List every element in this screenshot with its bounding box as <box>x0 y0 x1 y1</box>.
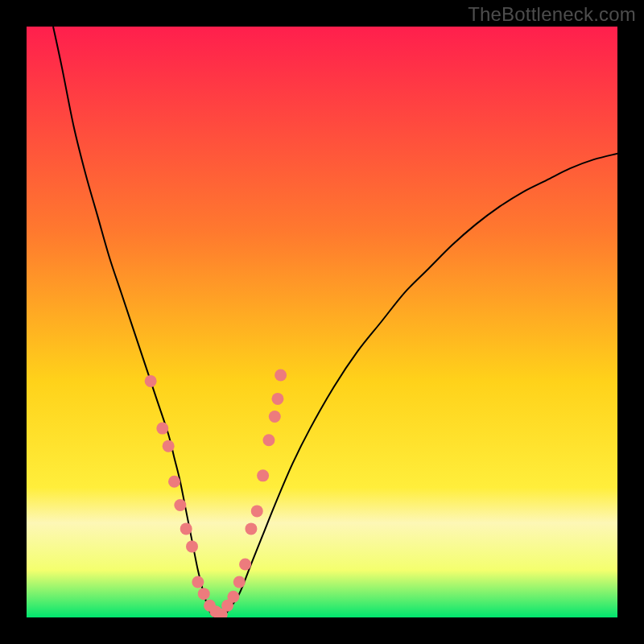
data-marker <box>186 540 198 552</box>
data-marker <box>192 576 204 588</box>
data-marker <box>275 369 287 382</box>
data-marker <box>156 423 168 435</box>
chart-svg <box>27 27 617 617</box>
data-marker <box>227 591 239 603</box>
data-marker <box>269 411 281 423</box>
watermark: TheBottleneck.com <box>468 3 636 26</box>
data-marker <box>145 375 157 387</box>
data-marker <box>168 476 180 488</box>
data-marker <box>198 588 210 600</box>
data-marker <box>257 469 269 481</box>
gradient-background <box>27 27 617 617</box>
data-marker <box>180 522 192 535</box>
data-marker <box>251 505 263 517</box>
data-marker <box>262 434 275 446</box>
chart-frame: TheBottleneck.com <box>0 0 644 644</box>
data-marker <box>239 558 251 570</box>
data-marker <box>271 393 283 405</box>
data-marker <box>245 522 257 535</box>
data-marker <box>174 499 186 511</box>
chart-plot-area <box>27 27 617 617</box>
data-marker <box>163 440 175 452</box>
data-marker <box>233 576 246 588</box>
